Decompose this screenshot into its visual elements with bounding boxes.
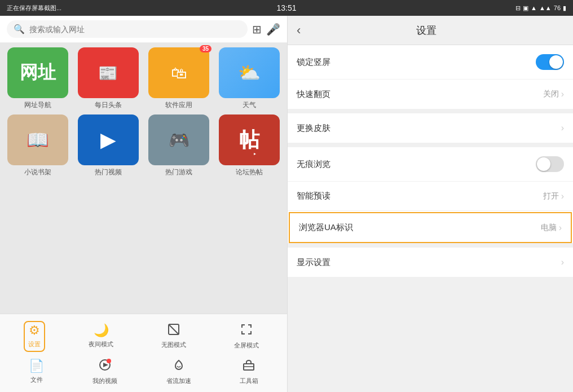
toolbar-item-fullscreen[interactable]: 全屏模式 [230, 321, 263, 352]
games-icon: 🎮 [169, 130, 189, 150]
fast-scroll-chevron: › [561, 89, 564, 99]
grid-item-novels[interactable]: 📖 小说书架 [5, 114, 70, 177]
settings-label: 设置 [28, 340, 41, 349]
search-input-container[interactable]: 🔍 [7, 20, 248, 38]
grid-item-headlines[interactable]: 📰 每日头条 [75, 47, 141, 110]
status-time: 13:51 [193, 3, 380, 12]
mic-icon[interactable]: 🎤 [266, 23, 280, 36]
apps-icon: 🛍 [171, 64, 187, 82]
toolbar-row-1: ⚙ 设置 🌙 夜间模式 无图模式 [0, 319, 287, 354]
settings-item-fast-scroll[interactable]: 快速翻页 关闭 › [288, 80, 573, 109]
videos-icon: ▶ [100, 128, 116, 152]
tile-headlines[interactable]: 📰 [78, 47, 139, 98]
bottom-toolbar: ⚙ 设置 🌙 夜间模式 无图模式 [0, 314, 287, 392]
noimage-icon [168, 323, 180, 338]
datasave-icon [173, 359, 185, 375]
private-toggle-knob [537, 157, 550, 171]
grid-item-apps[interactable]: 🛍 35 软件应用 [146, 47, 212, 110]
svg-marker-3 [103, 363, 108, 367]
display-chevron: › [561, 257, 564, 267]
toolbar-item-datasave[interactable]: 省流加速 [162, 356, 196, 387]
right-panel: ‹ 设置 锁定竖屏 快速翻页 关闭 › [288, 16, 573, 392]
network-icon: ▲▲ [539, 5, 552, 11]
toolbox-icon [243, 359, 255, 375]
private-browse-label: 无痕浏览 [297, 159, 536, 170]
ua-chevron: › [559, 223, 562, 233]
videos-label: 热门视频 [95, 168, 122, 177]
myvideo-label: 我的视频 [92, 377, 117, 385]
skin-chevron: › [561, 123, 564, 133]
grid-item-games[interactable]: 🎮 热门游戏 [146, 114, 212, 177]
fullscreen-label: 全屏模式 [234, 341, 259, 350]
app-grid: 网址 网址导航 📰 每日头条 🛍 35 软件应用 [5, 47, 283, 177]
forum-label: 论坛热帖 [236, 168, 263, 177]
main-content: 🔍 ⊞ 🎤 网址 网址导航 📰 每日头条 [0, 16, 573, 392]
tile-navigation[interactable]: 网址 [7, 47, 68, 98]
grid-item-weather[interactable]: ⛅ 天气 [217, 47, 283, 110]
skin-label: 更换皮肤 [297, 123, 561, 134]
settings-item-ua[interactable]: 浏览器UA标识 电脑 › [289, 212, 572, 243]
grid-item-videos[interactable]: ▶ 热门视频 [75, 114, 141, 177]
settings-item-display[interactable]: 显示设置 › [288, 248, 573, 277]
headlines-label: 每日头条 [95, 100, 122, 110]
grid-item-forum[interactable]: 帖 论坛热帖 [217, 114, 283, 177]
tile-games[interactable]: 🎮 [148, 114, 209, 165]
toolbar-item-night[interactable]: 🌙 夜间模式 [84, 321, 118, 352]
toggle-knob [549, 55, 563, 69]
smart-preload-value: 打开 [543, 191, 559, 201]
settings-title: 设置 [310, 24, 543, 37]
toolbar-item-noimage[interactable]: 无图模式 [157, 321, 191, 352]
back-button[interactable]: ‹ [297, 23, 301, 38]
games-label: 热门游戏 [165, 168, 192, 177]
settings-section-4: 显示设置 › [288, 248, 573, 277]
settings-item-lock-screen[interactable]: 锁定竖屏 [288, 45, 573, 80]
wifi-icon: ▲ [531, 5, 537, 11]
novels-icon: 📖 [27, 129, 49, 151]
myvideo-icon [99, 359, 111, 375]
svg-line-1 [169, 324, 179, 334]
tile-apps[interactable]: 🛍 35 [148, 47, 209, 98]
apps-label: 软件应用 [165, 100, 192, 110]
signal-icon: ▣ [523, 5, 528, 12]
weather-label: 天气 [243, 100, 256, 110]
left-panel: 🔍 ⊞ 🎤 网址 网址导航 📰 每日头条 [0, 16, 288, 392]
toolbar-item-toolbox[interactable]: 工具箱 [235, 356, 263, 387]
file-label: 文件 [30, 376, 43, 384]
night-label: 夜间模式 [89, 340, 113, 349]
qr-icon[interactable]: ⊞ [252, 23, 262, 36]
settings-item-skin[interactable]: 更换皮肤 › [288, 113, 573, 143]
settings-item-private[interactable]: 无痕浏览 [288, 147, 573, 182]
apps-badge: 35 [200, 45, 211, 52]
tile-novels[interactable]: 📖 [7, 114, 68, 165]
search-icon: 🔍 [14, 24, 25, 34]
grid-content: 网址 网址导航 📰 每日头条 🛍 35 软件应用 [0, 43, 287, 314]
tile-videos[interactable]: ▶ [78, 114, 139, 165]
tile-forum[interactable]: 帖 [219, 114, 280, 165]
toolbar-item-myvideo[interactable]: 我的视频 [88, 356, 122, 387]
toolbar-item-settings[interactable]: ⚙ 设置 [24, 321, 45, 352]
private-browse-toggle[interactable] [536, 156, 564, 172]
settings-section-3: 无痕浏览 智能预读 打开 › 浏览器UA标识 电脑 › [288, 147, 573, 243]
battery-text: 76 [554, 5, 561, 11]
novels-label: 小说书架 [24, 168, 51, 177]
navigation-label: 网址导航 [24, 100, 51, 110]
battery-icon: ▮ [563, 5, 566, 12]
headlines-icon: 📰 [98, 64, 118, 82]
grid-item-navigation[interactable]: 网址 网址导航 [5, 47, 70, 110]
ua-label: 浏览器UA标识 [299, 222, 541, 233]
settings-header: ‹ 设置 [288, 16, 573, 45]
screenshot-icon: ⊟ [515, 5, 521, 12]
search-input[interactable] [29, 25, 241, 34]
status-bar: 正在保存屏幕截图... 13:51 ⊟ ▣ ▲ ▲▲ 76 ▮ [0, 0, 573, 16]
toolbar-item-file[interactable]: 📄 文件 [24, 356, 49, 387]
settings-section-1: 锁定竖屏 快速翻页 关闭 › [288, 45, 573, 109]
display-label: 显示设置 [297, 257, 561, 268]
settings-item-smart-preload[interactable]: 智能预读 打开 › [288, 182, 573, 211]
toolbar-row-2: 📄 文件 我的视频 [0, 354, 287, 390]
tile-weather[interactable]: ⛅ [219, 47, 280, 98]
settings-section-2: 更换皮肤 › [288, 113, 573, 143]
lock-screen-label: 锁定竖屏 [297, 57, 536, 68]
lock-screen-toggle[interactable] [536, 54, 564, 70]
weather-icon: ⛅ [238, 62, 261, 83]
fast-scroll-label: 快速翻页 [297, 89, 543, 100]
